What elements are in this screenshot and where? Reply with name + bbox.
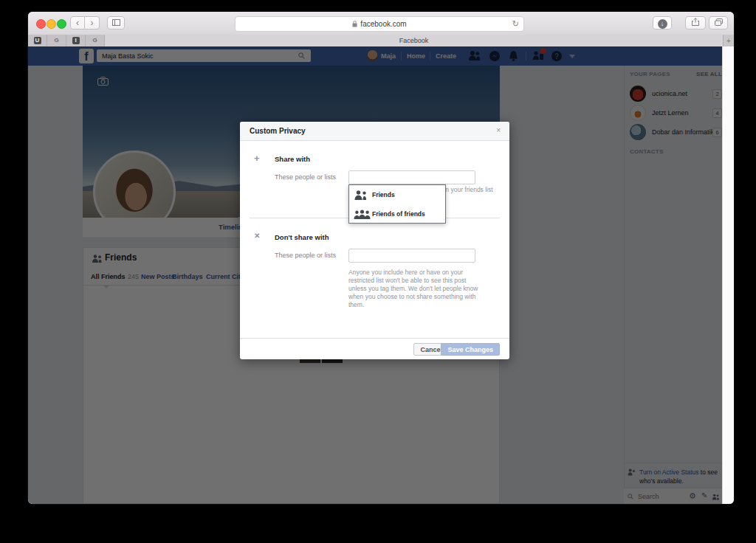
- page-scrollbar[interactable]: [722, 46, 734, 504]
- share-with-dropdown: Friends Friends of friends: [348, 184, 446, 224]
- share-icon: [692, 18, 699, 26]
- reload-icon[interactable]: ↻: [512, 19, 519, 29]
- pinned-tab-4[interactable]: G: [86, 35, 105, 46]
- facebook-page: f Maja Home Create ?: [28, 46, 734, 504]
- dropdown-option-friends[interactable]: Friends: [349, 185, 445, 204]
- dont-share-heading: Don't share with: [275, 233, 329, 241]
- pinned-tab-3-favicon: I: [72, 37, 80, 44]
- dont-share-x-icon: ✕: [254, 232, 260, 240]
- share-with-field-label: These people or lists: [275, 173, 336, 181]
- dont-share-input[interactable]: [348, 249, 475, 263]
- pinned-tab-3[interactable]: I: [66, 35, 86, 46]
- url-text: facebook.com: [360, 20, 406, 28]
- dialog-title: Custom Privacy: [250, 127, 306, 135]
- browser-titlebar: ‹ › facebook.com ↻ ↓: [28, 12, 734, 35]
- dropdown-option-label: Friends: [372, 191, 395, 198]
- pinned-tab-1[interactable]: U: [28, 35, 47, 46]
- pinned-tab-2-favicon: G: [54, 37, 58, 44]
- close-dialog-icon[interactable]: ×: [496, 127, 501, 134]
- sidebar-icon: [112, 19, 120, 26]
- close-window-button[interactable]: [36, 19, 46, 29]
- downloads-button[interactable]: ↓: [653, 16, 672, 30]
- zoom-window-button[interactable]: [57, 19, 66, 29]
- dont-share-helper-text: Anyone you include here or have on your …: [348, 269, 480, 309]
- dropdown-option-label: Friends of friends: [372, 210, 425, 218]
- tab-facebook[interactable]: Facebook: [105, 35, 724, 46]
- minimize-window-button[interactable]: [47, 19, 56, 29]
- download-icon: ↓: [658, 19, 667, 29]
- friends-option-icon: [354, 190, 368, 200]
- back-button[interactable]: ‹: [70, 16, 85, 30]
- desktop: ‹ › facebook.com ↻ ↓ U G I: [0, 0, 756, 543]
- friends-of-friends-option-icon: [354, 210, 371, 219]
- tab-overview-button[interactable]: [709, 16, 728, 30]
- pinned-tab-1-favicon: U: [34, 37, 41, 44]
- sidebar-toggle-button[interactable]: [107, 16, 125, 30]
- custom-privacy-dialog: Custom Privacy × + Share with These peop…: [240, 122, 509, 359]
- tabs-icon: [715, 18, 723, 26]
- dont-share-field-label: These people or lists: [275, 252, 336, 259]
- share-with-plus-icon: +: [254, 153, 260, 164]
- address-bar[interactable]: facebook.com ↻: [235, 16, 524, 32]
- dialog-footer: Cancel Save Changes: [240, 338, 509, 359]
- share-with-heading: Share with: [275, 155, 310, 163]
- browser-window: ‹ › facebook.com ↻ ↓ U G I: [28, 12, 734, 504]
- forward-button[interactable]: ›: [85, 16, 100, 30]
- tab-title: Facebook: [399, 37, 429, 44]
- pinned-tab-2[interactable]: G: [47, 35, 66, 46]
- save-changes-button[interactable]: Save Changes: [441, 343, 500, 356]
- pinned-tab-4-favicon: G: [92, 37, 97, 44]
- new-tab-button[interactable]: +: [724, 35, 734, 46]
- lock-icon: [352, 21, 357, 27]
- dropdown-option-friends-of-friends[interactable]: Friends of friends: [349, 204, 445, 224]
- share-button[interactable]: [685, 16, 706, 30]
- dialog-header: Custom Privacy ×: [240, 122, 509, 141]
- share-with-input[interactable]: [348, 170, 475, 184]
- tab-bar: U G I G Facebook +: [28, 35, 734, 47]
